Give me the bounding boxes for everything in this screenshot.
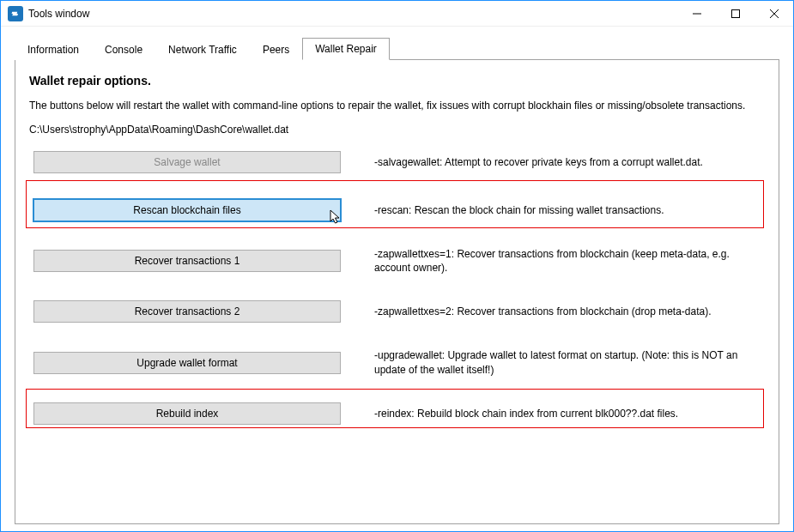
tab-wallet-repair[interactable]: Wallet Repair [302, 38, 390, 60]
recover1-desc: -zapwallettxes=1: Recover transactions f… [345, 247, 765, 275]
rebuild-index-button[interactable]: Rebuild index [33, 402, 341, 425]
recover-transactions-2-button[interactable]: Recover transactions 2 [33, 300, 341, 323]
upgrade-desc: -upgradewallet: Upgrade wallet to latest… [345, 348, 765, 376]
page-heading: Wallet repair options. [29, 74, 765, 88]
option-row-upgrade: Upgrade wallet format -upgradewallet: Up… [29, 348, 765, 376]
tab-console[interactable]: Console [92, 39, 155, 60]
option-row-reindex: Rebuild index -reindex: Rebuild block ch… [29, 402, 765, 425]
wallet-repair-panel: Wallet repair options. The buttons below… [15, 59, 779, 524]
titlebar: Tools window [1, 1, 793, 27]
minimize-button[interactable] [677, 1, 716, 26]
window-title: Tools window [28, 8, 89, 20]
page-intro: The buttons below will restart the walle… [29, 100, 750, 112]
upgrade-wallet-button[interactable]: Upgrade wallet format [33, 352, 341, 374]
tab-bar: Information Console Network Traffic Peer… [15, 37, 779, 59]
svg-rect-1 [731, 9, 739, 17]
wallet-path: C:\Users\strophy\AppData\Roaming\DashCor… [29, 124, 765, 136]
tab-peers[interactable]: Peers [250, 39, 302, 60]
app-icon [8, 6, 23, 21]
close-button[interactable] [755, 1, 793, 26]
maximize-button[interactable] [716, 1, 755, 26]
reindex-desc: -reindex: Rebuild block chain index from… [345, 407, 765, 420]
option-row-recover1: Recover transactions 1 -zapwallettxes=1:… [29, 247, 765, 275]
rescan-desc: -rescan: Rescan the block chain for miss… [345, 203, 765, 217]
option-row-recover2: Recover transactions 2 -zapwallettxes=2:… [29, 300, 765, 323]
tools-window: Tools window Information Console Network… [0, 0, 794, 532]
tab-network-traffic[interactable]: Network Traffic [155, 39, 250, 60]
tab-information[interactable]: Information [15, 39, 92, 60]
option-row-salvage: Salvage wallet -salvagewallet: Attempt t… [29, 151, 765, 173]
option-row-rescan: Rescan blockchain files -rescan: Rescan … [29, 199, 765, 221]
content: Information Console Network Traffic Peer… [1, 27, 793, 531]
recover-transactions-1-button[interactable]: Recover transactions 1 [33, 250, 341, 272]
window-controls [677, 1, 793, 26]
salvage-wallet-button[interactable]: Salvage wallet [33, 151, 341, 173]
recover2-desc: -zapwallettxes=2: Recover transactions f… [345, 305, 765, 318]
salvage-desc: -salvagewallet: Attempt to recover priva… [345, 155, 765, 169]
rescan-button[interactable]: Rescan blockchain files [33, 199, 341, 221]
